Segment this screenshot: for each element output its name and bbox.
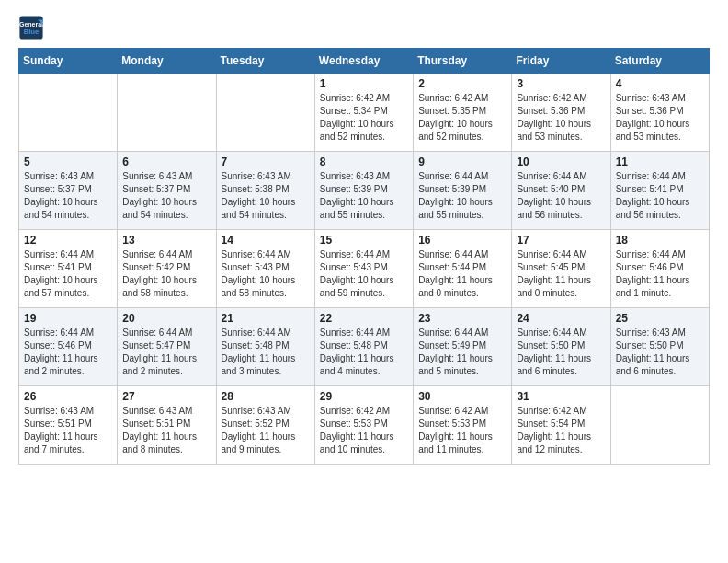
day-info: Sunrise: 6:44 AM Sunset: 5:44 PM Dayligh…: [418, 248, 506, 300]
calendar-cell: 10Sunrise: 6:44 AM Sunset: 5:40 PM Dayli…: [512, 152, 610, 230]
day-info: Sunrise: 6:43 AM Sunset: 5:37 PM Dayligh…: [122, 170, 210, 222]
day-number: 7: [222, 155, 310, 168]
day-info: Sunrise: 6:42 AM Sunset: 5:35 PM Dayligh…: [418, 92, 506, 144]
day-number: 4: [616, 77, 704, 90]
calendar-cell: [610, 386, 709, 465]
day-number: 17: [517, 234, 605, 247]
day-number: 20: [122, 312, 210, 325]
day-number: 11: [616, 155, 704, 168]
day-info: Sunrise: 6:44 AM Sunset: 5:39 PM Dayligh…: [418, 170, 506, 222]
day-info: Sunrise: 6:43 AM Sunset: 5:38 PM Dayligh…: [222, 170, 310, 222]
day-number: 16: [418, 234, 506, 247]
day-number: 5: [24, 155, 112, 168]
day-info: Sunrise: 6:44 AM Sunset: 5:49 PM Dayligh…: [418, 327, 506, 378]
day-number: 19: [24, 312, 112, 325]
day-info: Sunrise: 6:44 AM Sunset: 5:40 PM Dayligh…: [517, 170, 605, 222]
day-info: Sunrise: 6:43 AM Sunset: 5:39 PM Dayligh…: [320, 170, 408, 222]
weekday-header-thursday: Thursday: [414, 49, 512, 74]
logo: General Blue: [18, 15, 44, 40]
day-info: Sunrise: 6:44 AM Sunset: 5:41 PM Dayligh…: [616, 170, 704, 222]
day-info: Sunrise: 6:44 AM Sunset: 5:46 PM Dayligh…: [616, 248, 704, 300]
calendar-cell: 23Sunrise: 6:44 AM Sunset: 5:49 PM Dayli…: [414, 308, 512, 386]
day-number: 1: [320, 77, 408, 90]
day-info: Sunrise: 6:42 AM Sunset: 5:54 PM Dayligh…: [517, 405, 605, 456]
day-number: 14: [222, 234, 310, 247]
calendar-cell: 19Sunrise: 6:44 AM Sunset: 5:46 PM Dayli…: [19, 308, 118, 386]
day-info: Sunrise: 6:44 AM Sunset: 5:45 PM Dayligh…: [517, 248, 605, 300]
calendar-cell: 27Sunrise: 6:43 AM Sunset: 5:51 PM Dayli…: [118, 386, 216, 465]
day-number: 15: [320, 234, 408, 247]
calendar-row-2: 5Sunrise: 6:43 AM Sunset: 5:37 PM Daylig…: [19, 152, 710, 230]
calendar-cell: 28Sunrise: 6:43 AM Sunset: 5:52 PM Dayli…: [216, 386, 314, 465]
day-info: Sunrise: 6:44 AM Sunset: 5:41 PM Dayligh…: [24, 248, 112, 300]
day-info: Sunrise: 6:43 AM Sunset: 5:36 PM Dayligh…: [616, 92, 704, 144]
calendar-cell: 29Sunrise: 6:42 AM Sunset: 5:53 PM Dayli…: [314, 386, 413, 465]
calendar-cell: 6Sunrise: 6:43 AM Sunset: 5:37 PM Daylig…: [118, 152, 216, 230]
weekday-header-sunday: Sunday: [19, 49, 118, 74]
day-info: Sunrise: 6:44 AM Sunset: 5:50 PM Dayligh…: [517, 327, 605, 378]
calendar-cell: 11Sunrise: 6:44 AM Sunset: 5:41 PM Dayli…: [610, 152, 709, 230]
page-container: General Blue SundayMondayTuesdayWednesda…: [0, 0, 728, 476]
day-number: 18: [616, 234, 704, 247]
day-number: 22: [320, 312, 408, 325]
day-number: 25: [616, 312, 704, 325]
calendar-cell: 26Sunrise: 6:43 AM Sunset: 5:51 PM Dayli…: [19, 386, 118, 465]
calendar-cell: [216, 74, 314, 152]
calendar-cell: 4Sunrise: 6:43 AM Sunset: 5:36 PM Daylig…: [610, 74, 709, 152]
day-number: 2: [418, 77, 506, 90]
day-number: 8: [320, 155, 408, 168]
day-number: 29: [320, 390, 408, 403]
day-number: 27: [122, 390, 210, 403]
day-number: 31: [517, 390, 605, 403]
calendar-cell: 2Sunrise: 6:42 AM Sunset: 5:35 PM Daylig…: [414, 74, 512, 152]
calendar-row-4: 19Sunrise: 6:44 AM Sunset: 5:46 PM Dayli…: [19, 308, 710, 386]
calendar-row-5: 26Sunrise: 6:43 AM Sunset: 5:51 PM Dayli…: [19, 386, 710, 465]
calendar-cell: 20Sunrise: 6:44 AM Sunset: 5:47 PM Dayli…: [118, 308, 216, 386]
calendar-table: SundayMondayTuesdayWednesdayThursdayFrid…: [18, 48, 710, 465]
day-number: 28: [222, 390, 310, 403]
day-info: Sunrise: 6:44 AM Sunset: 5:43 PM Dayligh…: [320, 248, 408, 300]
calendar-cell: 3Sunrise: 6:42 AM Sunset: 5:36 PM Daylig…: [512, 74, 610, 152]
day-number: 9: [418, 155, 506, 168]
day-info: Sunrise: 6:43 AM Sunset: 5:37 PM Dayligh…: [24, 170, 112, 222]
day-number: 10: [517, 155, 605, 168]
day-number: 23: [418, 312, 506, 325]
weekday-header-tuesday: Tuesday: [216, 49, 314, 74]
calendar-cell: 30Sunrise: 6:42 AM Sunset: 5:53 PM Dayli…: [414, 386, 512, 465]
calendar-cell: 16Sunrise: 6:44 AM Sunset: 5:44 PM Dayli…: [414, 230, 512, 308]
day-info: Sunrise: 6:44 AM Sunset: 5:43 PM Dayligh…: [222, 248, 310, 300]
day-info: Sunrise: 6:44 AM Sunset: 5:42 PM Dayligh…: [122, 248, 210, 300]
day-info: Sunrise: 6:44 AM Sunset: 5:46 PM Dayligh…: [24, 327, 112, 378]
header: General Blue: [18, 15, 710, 40]
day-number: 24: [517, 312, 605, 325]
calendar-row-3: 12Sunrise: 6:44 AM Sunset: 5:41 PM Dayli…: [19, 230, 710, 308]
calendar-cell: 24Sunrise: 6:44 AM Sunset: 5:50 PM Dayli…: [512, 308, 610, 386]
day-number: 26: [24, 390, 112, 403]
weekday-header-monday: Monday: [118, 49, 216, 74]
weekday-header-saturday: Saturday: [610, 49, 709, 74]
calendar-cell: 25Sunrise: 6:43 AM Sunset: 5:50 PM Dayli…: [610, 308, 709, 386]
day-info: Sunrise: 6:44 AM Sunset: 5:47 PM Dayligh…: [122, 327, 210, 378]
svg-text:Blue: Blue: [24, 28, 40, 36]
day-number: 3: [517, 77, 605, 90]
day-info: Sunrise: 6:43 AM Sunset: 5:51 PM Dayligh…: [122, 405, 210, 456]
calendar-cell: 15Sunrise: 6:44 AM Sunset: 5:43 PM Dayli…: [314, 230, 413, 308]
day-info: Sunrise: 6:44 AM Sunset: 5:48 PM Dayligh…: [320, 327, 408, 378]
calendar-cell: [19, 74, 118, 152]
calendar-cell: 17Sunrise: 6:44 AM Sunset: 5:45 PM Dayli…: [512, 230, 610, 308]
calendar-cell: 14Sunrise: 6:44 AM Sunset: 5:43 PM Dayli…: [216, 230, 314, 308]
day-number: 13: [122, 234, 210, 247]
calendar-cell: 7Sunrise: 6:43 AM Sunset: 5:38 PM Daylig…: [216, 152, 314, 230]
calendar-cell: 8Sunrise: 6:43 AM Sunset: 5:39 PM Daylig…: [314, 152, 413, 230]
day-number: 30: [418, 390, 506, 403]
calendar-cell: 18Sunrise: 6:44 AM Sunset: 5:46 PM Dayli…: [610, 230, 709, 308]
calendar-row-1: 1Sunrise: 6:42 AM Sunset: 5:34 PM Daylig…: [19, 74, 710, 152]
calendar-cell: 1Sunrise: 6:42 AM Sunset: 5:34 PM Daylig…: [314, 74, 413, 152]
calendar-cell: 12Sunrise: 6:44 AM Sunset: 5:41 PM Dayli…: [19, 230, 118, 308]
calendar-cell: 5Sunrise: 6:43 AM Sunset: 5:37 PM Daylig…: [19, 152, 118, 230]
day-info: Sunrise: 6:44 AM Sunset: 5:48 PM Dayligh…: [222, 327, 310, 378]
day-info: Sunrise: 6:42 AM Sunset: 5:34 PM Dayligh…: [320, 92, 408, 144]
day-info: Sunrise: 6:43 AM Sunset: 5:50 PM Dayligh…: [616, 327, 704, 378]
weekday-header-row: SundayMondayTuesdayWednesdayThursdayFrid…: [19, 49, 710, 74]
calendar-cell: 21Sunrise: 6:44 AM Sunset: 5:48 PM Dayli…: [216, 308, 314, 386]
